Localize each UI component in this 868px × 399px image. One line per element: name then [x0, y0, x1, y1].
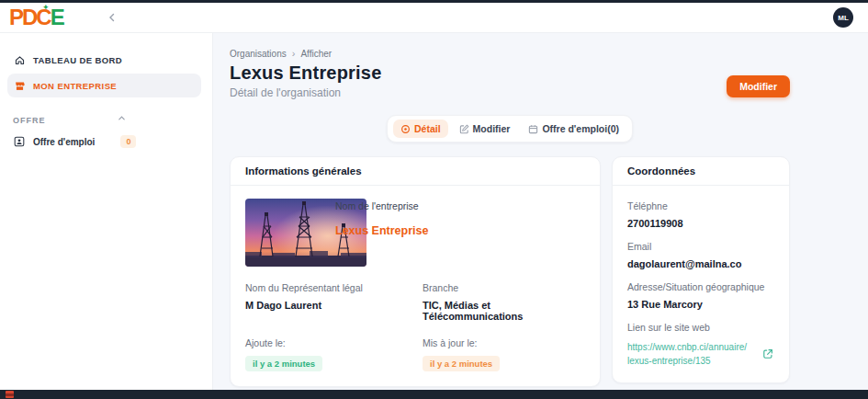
- branch-value: TIC, Médias et Télécommunications: [423, 300, 585, 322]
- person-badge-icon: [13, 135, 26, 148]
- breadcrumb: Organisations › Afficher: [230, 48, 790, 59]
- tab-label: Détail: [414, 123, 441, 134]
- edit-pencil-icon: [459, 124, 469, 134]
- sidebar: TABLEAU DE BORD MON ENTREPRISE OFFRE Off…: [0, 33, 213, 390]
- sidebar-item-label: MON ENTREPRISE: [33, 81, 117, 91]
- sidebar-section-offre[interactable]: OFFRE: [13, 116, 212, 125]
- main-content: Organisations › Afficher Lexus Entrepris…: [213, 33, 868, 390]
- general-info-card-title: Informations générales: [231, 157, 600, 186]
- storefront-icon: [13, 79, 26, 92]
- breadcrumb-separator-icon: ›: [292, 48, 296, 59]
- logo-letter: E: [51, 5, 63, 30]
- contact-card-title: Coordonnées: [613, 157, 789, 186]
- updated-date-label: Mis à jour le:: [423, 337, 585, 348]
- logo-letter: D: [22, 5, 36, 30]
- user-avatar[interactable]: ML: [833, 7, 853, 28]
- taskbar-strip: [0, 390, 868, 399]
- website-label: Lien sur le site web: [627, 322, 774, 333]
- page-title: Lexus Entreprise: [230, 63, 790, 84]
- legal-rep-label: Nom du Représentant légal: [245, 282, 423, 293]
- tab-offre-emploi[interactable]: Offre d'emploi(0): [521, 120, 626, 138]
- sidebar-section-label: OFFRE: [13, 116, 46, 125]
- detail-tabs: Détail Modifier Offre d'emploi(0): [387, 115, 633, 142]
- sidebar-item-dashboard[interactable]: TABLEAU DE BORD: [7, 48, 201, 72]
- general-info-card: Informations générales: [230, 156, 601, 387]
- calendar-icon: [528, 124, 538, 134]
- added-date-badge: il y a 2 minutes: [245, 356, 322, 371]
- sidebar-collapse-icon[interactable]: [107, 13, 117, 22]
- company-name-value: Lexus Entreprise: [335, 224, 428, 237]
- sidebar-item-label: TABLEAU DE BORD: [33, 55, 122, 65]
- modifier-button[interactable]: Modifier: [727, 75, 790, 97]
- app-header: PDCE ✦ ML: [0, 3, 868, 33]
- email-label: Email: [627, 241, 774, 252]
- chevron-up-icon[interactable]: [118, 114, 126, 122]
- sidebar-item-job-offers[interactable]: Offre d'emploi 0: [7, 131, 201, 153]
- logo-spark-icon: ✦: [42, 3, 50, 12]
- legal-rep-value: M Dago Laurent: [245, 300, 423, 311]
- sidebar-item-label: Offre d'emploi: [33, 137, 95, 147]
- website-link[interactable]: https://www.cnbp.ci/annuaire/lexus-entre…: [627, 340, 749, 368]
- branch-label: Branche: [423, 282, 585, 293]
- job-offers-count-badge: 0: [120, 135, 136, 148]
- app-logo[interactable]: PDCE ✦: [9, 5, 63, 30]
- breadcrumb-afficher[interactable]: Afficher: [300, 49, 332, 59]
- sidebar-item-my-company[interactable]: MON ENTREPRISE: [7, 74, 201, 97]
- phone-value: 2700119908: [627, 218, 774, 229]
- address-value: 13 Rue Marcory: [627, 299, 774, 310]
- eye-icon: [400, 124, 411, 134]
- tab-label: Offre d'emploi(0): [542, 123, 619, 134]
- tab-modifier[interactable]: Modifier: [452, 120, 518, 138]
- company-name-label: Nom de l'entreprise: [335, 200, 428, 211]
- breadcrumb-organisations[interactable]: Organisations: [230, 49, 287, 59]
- page-subtitle: Détail de l'organisation: [230, 86, 790, 99]
- external-link-icon[interactable]: [761, 348, 774, 360]
- phone-label: Téléphne: [627, 200, 774, 211]
- added-date-label: Ajoute le:: [245, 337, 423, 348]
- taskbar-icon: [6, 391, 14, 398]
- tab-label: Modifier: [473, 123, 511, 134]
- updated-date-badge: il y a 2 minutes: [423, 356, 500, 371]
- address-label: Adresse/Situation géographique: [627, 281, 774, 292]
- tab-detail[interactable]: Détail: [393, 120, 448, 138]
- home-icon: [13, 53, 26, 66]
- contact-card: Coordonnées Téléphne 2700119908 Email da…: [612, 156, 790, 383]
- email-value: dagolaurent@mailna.co: [627, 258, 774, 269]
- logo-letter: P: [9, 5, 22, 30]
- screen-top-edge: [0, 0, 868, 3]
